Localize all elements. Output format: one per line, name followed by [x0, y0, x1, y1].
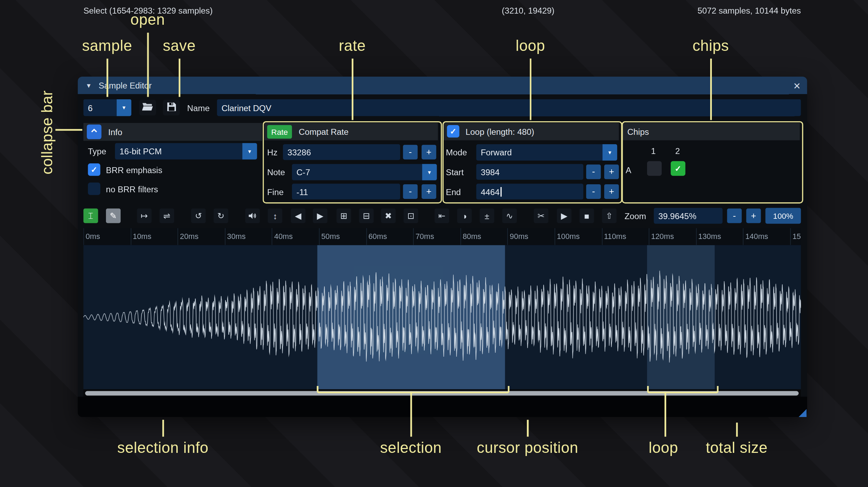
- crossfade-loop-icon: ✂: [538, 211, 545, 221]
- chip-1-checkbox[interactable]: ✓: [647, 161, 662, 176]
- trim-button[interactable]: ⊡: [404, 208, 418, 223]
- no-brr-filters-checkbox[interactable]: ✓: [88, 183, 100, 195]
- note-dropdown[interactable]: C-7 ▼: [292, 164, 437, 180]
- chips-section-header: Chips: [623, 123, 800, 140]
- ruler-tick-mark: [696, 228, 697, 245]
- checkmark-icon: ✓: [91, 165, 98, 174]
- reverse-button[interactable]: ⇤: [435, 208, 449, 223]
- normalize-button[interactable]: ↕: [268, 208, 282, 223]
- loop-start-label: Start: [446, 164, 463, 180]
- reverse-icon: ⇤: [438, 211, 445, 221]
- annotation-line: [710, 59, 712, 120]
- draw-mode-button[interactable]: ✎: [106, 208, 121, 223]
- resample-button[interactable]: ⇌: [160, 208, 174, 223]
- loop-start-plus-button[interactable]: +: [604, 164, 619, 179]
- redo-button[interactable]: ↻: [214, 208, 228, 223]
- fine-input[interactable]: -11: [292, 184, 400, 199]
- zoom-reset-button[interactable]: 100%: [766, 208, 801, 224]
- ruler-tick-mark: [743, 228, 744, 245]
- waveform-canvas[interactable]: [83, 245, 801, 389]
- sample-name-input[interactable]: Clarinet DQV: [217, 99, 801, 116]
- select-mode-button[interactable]: ⌶: [83, 208, 98, 223]
- save-sample-button[interactable]: [163, 100, 180, 115]
- brr-emphasis-checkbox[interactable]: ✓: [88, 163, 100, 176]
- undo-button[interactable]: ↺: [191, 208, 206, 223]
- screenshot-stage: ▼ Sample Editor ✕ 6 ▼ Name Clarinet DQV …: [0, 0, 868, 487]
- amplify-button[interactable]: [245, 208, 260, 223]
- fine-minus-button[interactable]: -: [403, 184, 418, 199]
- annotation-line: [410, 392, 412, 436]
- fade-in-button[interactable]: ◀: [291, 208, 306, 223]
- create-wavetable-icon: ⇧: [606, 211, 613, 221]
- stop-preview-button[interactable]: ■: [579, 208, 594, 223]
- annotation-rate: rate: [339, 37, 366, 55]
- window-resize-grip[interactable]: [799, 409, 807, 417]
- type-dropdown[interactable]: 16-bit PCM ▼: [115, 143, 257, 160]
- name-label: Name: [187, 99, 210, 116]
- info-section-header: Info: [83, 123, 262, 141]
- zoom-out-button[interactable]: -: [727, 208, 742, 223]
- loop-end-plus-button[interactable]: +: [604, 184, 619, 199]
- loop-start-minus-button[interactable]: -: [586, 164, 601, 179]
- window-titlebar[interactable]: ▼ Sample Editor: [78, 77, 807, 94]
- collapse-bar-button[interactable]: [87, 124, 101, 139]
- hz-minus-button[interactable]: -: [403, 145, 418, 160]
- crossfade-loop-button[interactable]: ✂: [534, 208, 548, 223]
- ruler-tick-label: 50ms: [321, 232, 340, 240]
- rate-badge-button[interactable]: Rate: [267, 125, 292, 139]
- zoom-in-button[interactable]: +: [746, 208, 761, 223]
- status-bar: [78, 397, 807, 417]
- fine-label: Fine: [267, 184, 284, 199]
- sample-number-value: 6: [88, 103, 92, 112]
- close-button[interactable]: ✕: [790, 79, 804, 92]
- annotation-loop-bottom: loop: [649, 440, 678, 457]
- hz-plus-button[interactable]: +: [422, 145, 436, 160]
- apply-silence-icon: ⊟: [363, 211, 370, 221]
- preview-button[interactable]: ▶: [557, 208, 571, 223]
- cursor-position-text: (3210, 19429): [502, 0, 554, 20]
- hz-input[interactable]: 33286: [283, 144, 400, 160]
- window-collapse-icon[interactable]: ▼: [86, 82, 92, 88]
- loop-mode-dropdown[interactable]: Forward ▼: [476, 144, 617, 161]
- open-sample-button[interactable]: [139, 100, 156, 115]
- fade-out-button[interactable]: ▶: [313, 208, 328, 223]
- loop-start-input[interactable]: 3984: [476, 164, 583, 180]
- waveform-display[interactable]: [83, 245, 801, 389]
- chip-column-2-label: 2: [675, 144, 680, 157]
- insert-silence-button[interactable]: ⊞: [337, 208, 351, 223]
- ruler-tick-mark: [602, 228, 602, 245]
- ruler-tick-mark: [225, 228, 225, 245]
- annotation-cursor-position: cursor position: [477, 440, 578, 457]
- draw-mode-icon: ✎: [110, 211, 117, 221]
- signed-unsigned-button[interactable]: ±: [479, 208, 494, 223]
- ruler-tick-label: 110ms: [604, 232, 626, 240]
- hz-value: 33286: [287, 147, 311, 157]
- loop-end-minus-button[interactable]: -: [586, 184, 601, 199]
- create-wavetable-button[interactable]: ⇧: [602, 208, 616, 223]
- sample-name-value: Clarinet DQV: [222, 103, 271, 112]
- chip-column-1-label: 1: [651, 144, 655, 157]
- ruler-tick-label: 100ms: [557, 232, 580, 240]
- filter-button[interactable]: ∿: [502, 208, 517, 223]
- sample-number-dropdown[interactable]: 6 ▼: [83, 99, 131, 116]
- ruler-tick-label: 70ms: [415, 232, 434, 240]
- resize-button[interactable]: ↦: [137, 208, 152, 223]
- apply-silence-button[interactable]: ⊟: [359, 208, 374, 223]
- time-ruler[interactable]: 0ms10ms20ms30ms40ms50ms60ms70ms80ms90ms1…: [83, 228, 801, 245]
- delete-button[interactable]: ✖: [381, 208, 395, 223]
- preview-icon: ▶: [561, 211, 568, 221]
- loop-section-header: Loop (length: 480): [444, 123, 619, 140]
- zoom-value-input[interactable]: 39.9645%: [654, 208, 722, 224]
- fine-plus-button[interactable]: +: [422, 184, 436, 199]
- loop-enable-checkbox[interactable]: ✓: [447, 125, 460, 138]
- chip-2-checkbox[interactable]: ✓: [671, 161, 685, 176]
- zoom-label: Zoom: [624, 208, 646, 223]
- annotation-line: [530, 59, 531, 120]
- ruler-tick-mark: [178, 228, 178, 245]
- loop-end-input[interactable]: 4464: [476, 184, 583, 199]
- selection-bracket: [317, 386, 509, 393]
- fade-out-icon: ▶: [317, 211, 323, 221]
- chevron-up-icon: [90, 127, 98, 137]
- invert-button[interactable]: ◑: [457, 208, 472, 223]
- chip-row-label: A: [625, 162, 631, 177]
